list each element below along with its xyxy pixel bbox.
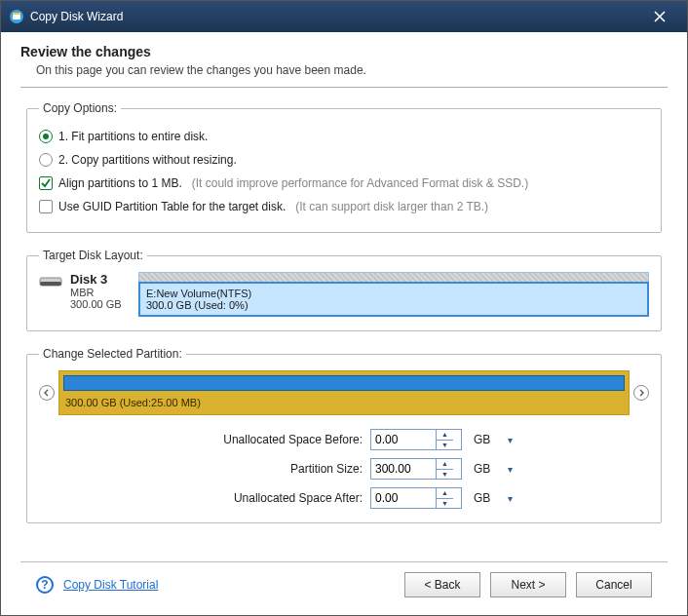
radio-fit-label: 1. Fit partitions to entire disk. [58, 130, 208, 143]
wizard-window: Copy Disk Wizard Review the changes On t… [0, 0, 688, 616]
chevron-right-icon [637, 389, 645, 397]
check-guid-table[interactable]: Use GUID Partition Table for the target … [39, 195, 649, 218]
space-before-label: Unallocated Space Before: [175, 433, 370, 446]
space-after-label: Unallocated Space After: [175, 491, 370, 505]
partition-slider-label: 300.00 GB (Used:25.00 MB) [59, 391, 629, 410]
next-partition-button[interactable] [633, 385, 649, 401]
disk-meta: Disk 3 MBR 300.00 GB [70, 272, 122, 317]
chevron-up-icon[interactable]: ▲ [437, 459, 453, 470]
check-align-note: (It could improve performance for Advanc… [192, 176, 528, 190]
chevron-down-icon[interactable]: ▼ [437, 441, 453, 450]
divider [20, 87, 668, 88]
partition-slider[interactable]: 300.00 GB (Used:25.00 MB) [58, 370, 630, 415]
check-guid-note: (It can support disk larger than 2 TB.) [295, 200, 488, 213]
page-heading: Review the changes [20, 44, 668, 59]
close-button[interactable] [640, 1, 679, 32]
disk-row: Disk 3 MBR 300.00 GB E:New Volume(NTFS) … [39, 272, 649, 317]
partition-size-unit-dropdown[interactable]: ▾ [503, 458, 516, 480]
partition-name: E:New Volume(NTFS) [146, 288, 641, 299]
body: Review the changes On this page you can … [1, 32, 687, 615]
check-align-1mb[interactable]: Align partitions to 1 MB. (It could impr… [39, 172, 649, 195]
chevron-down-icon[interactable]: ▼ [437, 499, 453, 509]
checkbox-on-icon [39, 176, 53, 190]
partition-size-input[interactable] [371, 459, 436, 479]
disk-size: 300.00 GB [70, 298, 122, 310]
back-button[interactable]: < Back [404, 572, 480, 597]
target-disk-group: Target Disk Layout: Disk 3 MBR 300.00 GB [26, 249, 662, 331]
titlebar: Copy Disk Wizard [1, 1, 687, 32]
partition-block[interactable]: E:New Volume(NTFS) 300.0 GB (Used: 0%) [138, 282, 649, 317]
partition-size-label: Partition Size: [175, 462, 370, 476]
copy-options-group: Copy Options: 1. Fit partitions to entir… [26, 101, 662, 233]
radio-on-icon [39, 130, 53, 143]
disk-type: MBR [70, 287, 122, 298]
disk-layout-bar[interactable]: E:New Volume(NTFS) 300.0 GB (Used: 0%) [138, 272, 649, 317]
app-icon [9, 9, 24, 24]
prev-partition-button[interactable] [39, 385, 55, 401]
radio-copy-no-resize[interactable]: 2. Copy partitions without resizing. [39, 148, 649, 172]
space-before-input-wrap: ▲▼ [370, 429, 462, 450]
radio-noresize-label: 2. Copy partitions without resizing. [58, 153, 237, 167]
space-before-unit-dropdown[interactable]: ▾ [503, 429, 516, 450]
svg-rect-1 [13, 15, 20, 19]
space-after-input-wrap: ▲▼ [370, 487, 462, 509]
space-after-unit: GB [472, 491, 493, 505]
check-align-label: Align partitions to 1 MB. [58, 176, 182, 190]
svg-rect-4 [40, 282, 61, 286]
disk-name: Disk 3 [70, 272, 122, 287]
partition-size-unit: GB [472, 462, 493, 476]
close-icon [654, 11, 666, 22]
chevron-down-icon[interactable]: ▼ [437, 470, 453, 480]
svg-rect-2 [13, 13, 20, 15]
space-before-unit: GB [472, 433, 493, 446]
change-partition-legend: Change Selected Partition: [39, 347, 186, 361]
partition-slider-row: 300.00 GB (Used:25.00 MB) [39, 370, 649, 415]
chevron-up-icon[interactable]: ▲ [437, 430, 453, 441]
cancel-button[interactable]: Cancel [576, 572, 652, 597]
partition-size-spinner[interactable]: ▲▼ [436, 459, 453, 479]
page-subtitle: On this page you can review the changes … [36, 63, 668, 77]
partition-slider-used [63, 375, 625, 391]
space-after-unit-dropdown[interactable]: ▾ [503, 487, 516, 509]
next-button[interactable]: Next > [490, 572, 566, 597]
disk-icon [39, 272, 64, 317]
chevron-left-icon [43, 389, 51, 397]
window-title: Copy Disk Wizard [30, 10, 640, 23]
footer: ? Copy Disk Tutorial < Back Next > Cance… [20, 561, 668, 607]
check-guid-label: Use GUID Partition Table for the target … [58, 200, 286, 213]
checkbox-off-icon [39, 200, 53, 213]
partition-size-input-wrap: ▲▼ [370, 458, 462, 480]
change-partition-group: Change Selected Partition: 300.00 GB (Us… [26, 347, 662, 523]
radio-off-icon [39, 153, 53, 167]
copy-options-legend: Copy Options: [39, 101, 121, 115]
space-after-input[interactable] [371, 488, 436, 508]
disk-info: Disk 3 MBR 300.00 GB [39, 272, 133, 317]
partition-usage: 300.0 GB (Used: 0%) [146, 299, 641, 311]
space-before-input[interactable] [371, 430, 436, 449]
space-before-spinner[interactable]: ▲▼ [436, 430, 453, 449]
tutorial-link[interactable]: Copy Disk Tutorial [63, 578, 158, 592]
space-after-spinner[interactable]: ▲▼ [436, 488, 453, 508]
help-icon[interactable]: ? [36, 576, 54, 594]
size-grid: Unallocated Space Before: ▲▼ GB ▾ Partit… [175, 429, 649, 509]
chevron-up-icon[interactable]: ▲ [437, 488, 453, 499]
radio-fit-partitions[interactable]: 1. Fit partitions to entire disk. [39, 125, 649, 148]
page-header: Review the changes On this page you can … [20, 44, 668, 87]
target-disk-legend: Target Disk Layout: [39, 249, 147, 262]
